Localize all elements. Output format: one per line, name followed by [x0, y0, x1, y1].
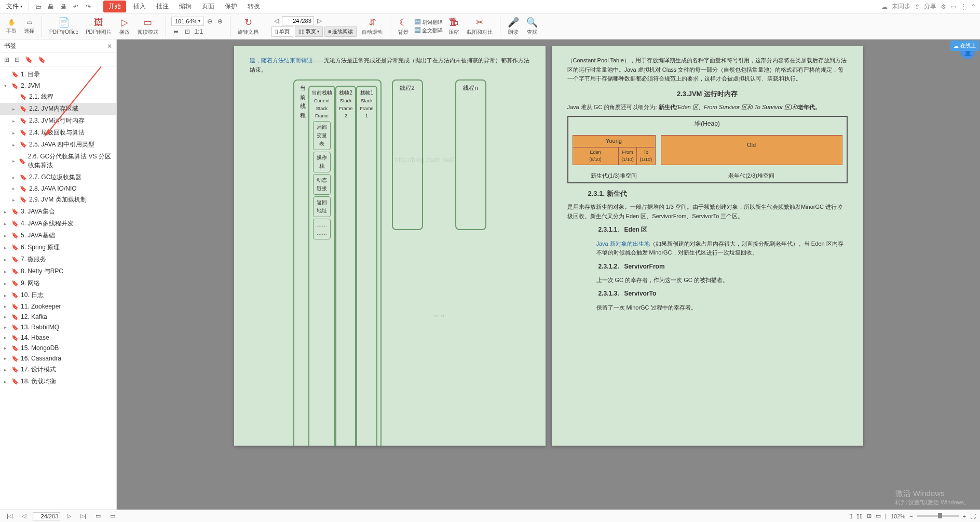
print-icon[interactable]: 🖶 — [58, 2, 69, 12]
bookmark-item[interactable]: ▸🔖16. Cassandra — [0, 353, 116, 364]
pdf-to-image[interactable]: 🖼PDF转图片 — [84, 17, 114, 36]
next-page-status-icon[interactable]: ▷ — [64, 512, 74, 520]
bookmark-item[interactable]: ▸🔖18. 负载均衡 — [0, 376, 116, 387]
tab-page[interactable]: 页面 — [198, 1, 219, 12]
play-button[interactable]: ▷播放 — [117, 17, 132, 36]
tab-review[interactable]: 批注 — [152, 1, 173, 12]
bookmark-item[interactable]: ▸🔖8. Netty 与RPC — [0, 265, 116, 277]
heading-23: 2.3.JVM 运行时内存 — [567, 89, 848, 100]
zoom-out-icon[interactable]: ⊖ — [205, 17, 214, 26]
prev-page-status-icon[interactable]: ◁ — [19, 512, 29, 520]
auto-scroll[interactable]: ⇵自动滚动 — [360, 17, 385, 36]
bookmark-item[interactable]: ▸🔖13. RabbitMQ — [0, 322, 116, 332]
bookmark-item[interactable]: ▸🔖2.3. JVM运行时内存 — [0, 115, 116, 127]
page-left: 建，随着方法结束而销毁——无论方法是正常完成还是异常完成（抛出了在方法内未被捕获… — [234, 46, 546, 446]
pdf-to-office[interactable]: 📄PDF转Office — [47, 17, 80, 36]
bookmark-add-icon[interactable]: 🔖 — [38, 56, 46, 63]
bookmark-item[interactable]: ▸🔖2.8. JAVA IO/NIO — [0, 183, 116, 194]
crop-compare[interactable]: ✂截图和对比 — [465, 17, 495, 36]
hand-tool[interactable]: ✋手型 — [4, 18, 19, 35]
speak-button[interactable]: 🎤朗读 — [506, 17, 521, 36]
tab-protect[interactable]: 保护 — [221, 1, 241, 12]
cloud-sync-icon[interactable]: ☁ — [881, 3, 888, 10]
fullscreen-icon[interactable]: ⛶ — [970, 513, 976, 519]
expand-all-icon[interactable]: ⊞ — [4, 56, 9, 63]
window-icon[interactable]: ▭ — [950, 3, 956, 10]
undo-icon[interactable]: ↶ — [71, 2, 81, 12]
bookmark-icon[interactable]: 🔖 — [25, 56, 33, 63]
bookmark-item[interactable]: ▾🔖2. JVM — [0, 81, 116, 91]
heap-diagram: 堆(Heap) Young Eden(8/10) From(1/10) To(1… — [567, 116, 848, 183]
bookmark-item[interactable]: ▸🔖2.7. GC垃圾收集器 — [0, 171, 116, 183]
redo-icon[interactable]: ↷ — [83, 2, 93, 12]
gear-icon[interactable]: ⚙ — [941, 3, 946, 10]
layout-2-icon[interactable]: ▯▯ — [856, 513, 863, 519]
actual-size-icon[interactable]: 1:1 — [194, 27, 203, 36]
word-translate[interactable]: 🔤划词翻译 — [414, 19, 443, 26]
prev-page-icon[interactable]: ◁ — [271, 16, 281, 25]
collapse-all-icon[interactable]: ⊟ — [15, 56, 20, 63]
tab-edit[interactable]: 编辑 — [175, 1, 196, 12]
page-number-input[interactable]: /283 — [282, 16, 314, 25]
tab-convert[interactable]: 转换 — [243, 1, 264, 12]
share-icon[interactable]: ⇪ — [915, 3, 920, 10]
bookmark-item[interactable]: ▸🔖10. 日志 — [0, 289, 116, 301]
find-button[interactable]: 🔍查找 — [524, 17, 540, 36]
cloud-badge[interactable]: ☁在线上 — [950, 41, 979, 51]
close-icon[interactable]: ✕ — [107, 43, 112, 50]
zoom-in-icon[interactable]: ⊕ — [215, 17, 225, 26]
bookmark-item[interactable]: ▸🔖4. JAVA多线程并发 — [0, 218, 116, 230]
zoom-slider[interactable] — [917, 515, 959, 517]
save-icon[interactable]: 🖶 — [46, 2, 56, 12]
zoom-minus-icon[interactable]: − — [909, 513, 913, 519]
bookmark-item[interactable]: ▸🔖9. 网络 — [0, 277, 116, 289]
zoom-input[interactable]: 101.64%▾ — [171, 17, 204, 26]
collapse-icon[interactable]: ⌃ — [971, 3, 976, 10]
continuous-read-view[interactable]: ≡连续阅读 — [324, 26, 357, 37]
bookmark-item[interactable]: ▸🔖14. Hbase — [0, 332, 116, 343]
bookmark-item[interactable]: ▸🔖15. MongoDB — [0, 343, 116, 353]
zoom-plus-icon[interactable]: + — [963, 513, 966, 519]
bookmark-item[interactable]: ▸🔖12. Kafka — [0, 312, 116, 322]
bookmark-item[interactable]: 🔖2.1. 线程 — [0, 91, 116, 103]
bookmark-item[interactable]: ▸🔖6. Spring 原理 — [0, 242, 116, 253]
background-button[interactable]: ☾背景 — [396, 17, 411, 36]
next-page-icon[interactable]: ▷ — [315, 16, 324, 25]
fit-width-icon[interactable]: ⬌ — [171, 27, 181, 36]
bookmark-item[interactable]: ▸🔖2.5. JAVA 四中引用类型 — [0, 139, 116, 151]
bookmark-item[interactable]: ▸🔖2.6. GC分代收集算法 VS 分区收集算法 — [0, 151, 116, 171]
document-viewport[interactable]: 👤 建，随着方法结束而销毁——无论方法是正常完成还是异常完成（抛出了在方法内未被… — [117, 39, 980, 510]
bookmark-item[interactable]: ▸🔖17. 设计模式 — [0, 364, 116, 376]
read-mode[interactable]: ▭阅读模式 — [135, 17, 160, 36]
bookmark-item[interactable]: ▸🔖2.4. 垃圾回收与算法 — [0, 127, 116, 139]
full-translate[interactable]: 🔤全文翻译 — [414, 27, 443, 34]
page-input-status[interactable]: /283 — [33, 512, 60, 520]
layout-1-icon[interactable]: ▯ — [849, 513, 852, 519]
select-tool[interactable]: ▭选择 — [22, 18, 36, 35]
bookmark-item[interactable]: ▸🔖5. JAVA基础 — [0, 230, 116, 242]
file-menu[interactable]: 文件 ▾ — [4, 1, 24, 12]
tab-insert[interactable]: 插入 — [129, 1, 150, 12]
more-icon[interactable]: ⋮ — [960, 3, 967, 10]
open-icon[interactable]: 🗁 — [33, 2, 44, 12]
single-page-view[interactable]: ▯单页 — [271, 26, 293, 37]
bookmark-item[interactable]: ▸🔖3. JAVA集合 — [0, 206, 116, 218]
bookmark-item[interactable]: 🔖1. 目录 — [0, 69, 116, 81]
fit-page-icon[interactable]: ⊡ — [183, 27, 192, 36]
zoom-status[interactable]: 102% — [891, 513, 905, 519]
last-page-icon[interactable]: ▷| — [78, 512, 89, 520]
bookmark-item[interactable]: ▸🔖2.9. JVM 类加载机制 — [0, 194, 116, 206]
sidebar-title: 书签 — [4, 42, 17, 50]
view-toggle-1-icon[interactable]: ▭ — [93, 512, 103, 520]
bookmark-item[interactable]: ▸🔖7. 微服务 — [0, 253, 116, 265]
view-toggle-2-icon[interactable]: ▭ — [107, 512, 118, 520]
tab-start[interactable]: 开始 — [103, 1, 126, 12]
bookmark-item[interactable]: ▸🔖11. Zookeeper — [0, 301, 116, 312]
double-page-view[interactable]: ▯▯双页▾ — [295, 26, 323, 37]
first-page-icon[interactable]: |◁ — [4, 512, 15, 520]
bookmark-item[interactable]: ▸🔖2.2. JVM内存区域 — [0, 103, 116, 115]
layout-3-icon[interactable]: ⊞ — [867, 513, 872, 519]
layout-4-icon[interactable]: ▭ — [876, 513, 881, 519]
rotate-button[interactable]: ↻旋转文档 — [236, 17, 261, 36]
compress-button[interactable]: 🗜压缩 — [446, 17, 461, 36]
